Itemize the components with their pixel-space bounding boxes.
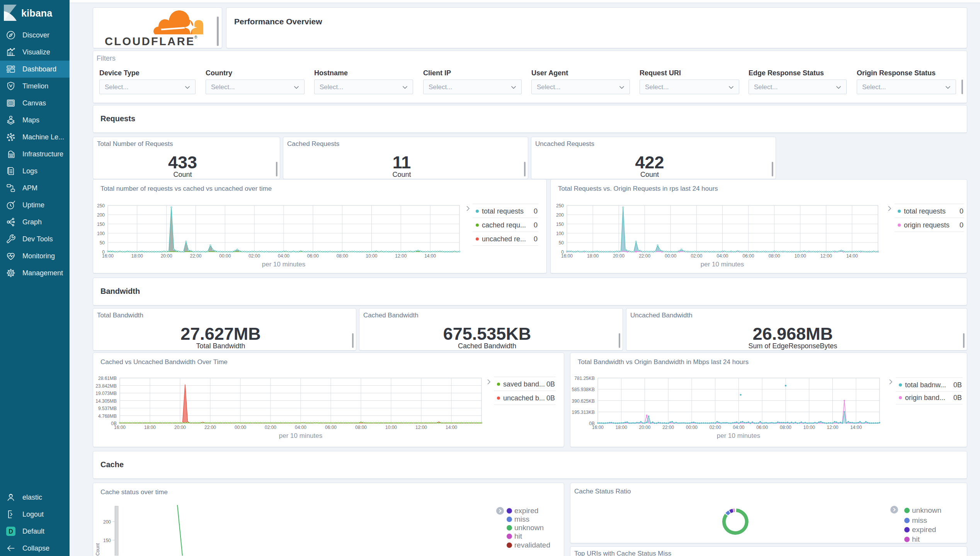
svg-text:12:00: 12:00 — [820, 253, 832, 259]
svg-text:06:00: 06:00 — [756, 425, 768, 430]
svg-text:12:00: 12:00 — [415, 425, 427, 430]
svg-text:9.537MB: 9.537MB — [98, 406, 117, 411]
svg-text:16:00: 16:00 — [102, 253, 114, 259]
svg-text:150: 150 — [556, 222, 564, 227]
svg-text:unknown: unknown — [514, 524, 544, 532]
svg-text:250: 250 — [97, 203, 105, 208]
svg-text:14:00: 14:00 — [424, 253, 436, 259]
svg-text:0B: 0B — [953, 381, 962, 389]
svg-text:0: 0 — [960, 207, 963, 215]
svg-text:00:00: 00:00 — [686, 425, 698, 430]
svg-text:390.625KB: 390.625KB — [572, 398, 595, 404]
svg-text:04:00: 04:00 — [733, 425, 744, 430]
svg-text:revalidated: revalidated — [514, 541, 550, 549]
svg-text:per 10 minutes: per 10 minutes — [701, 261, 744, 268]
svg-text:expired: expired — [514, 507, 538, 515]
svg-text:200: 200 — [103, 519, 111, 525]
svg-text:uncached b...: uncached b... — [503, 394, 545, 402]
svg-text:16:00: 16:00 — [592, 425, 604, 430]
svg-text:16:00: 16:00 — [561, 253, 573, 259]
svg-text:saved band...: saved band... — [503, 380, 545, 388]
svg-text:total requests: total requests — [482, 207, 524, 215]
svg-text:®: ® — [194, 35, 197, 39]
svg-text:150: 150 — [97, 222, 105, 227]
svg-text:miss: miss — [514, 515, 529, 523]
svg-text:781.25KB: 781.25KB — [574, 376, 595, 381]
svg-text:22:00: 22:00 — [639, 253, 650, 259]
svg-text:250: 250 — [556, 203, 564, 208]
svg-text:18:00: 18:00 — [144, 425, 156, 430]
svg-text:02:00: 02:00 — [265, 425, 276, 430]
svg-text:origin requests: origin requests — [904, 221, 949, 229]
svg-text:06:00: 06:00 — [325, 425, 337, 430]
svg-text:0: 0 — [534, 235, 538, 243]
svg-text:D: D — [9, 528, 13, 535]
svg-text:08:00: 08:00 — [780, 425, 791, 430]
svg-text:per 10 minutes: per 10 minutes — [279, 432, 322, 439]
svg-text:200: 200 — [97, 212, 105, 218]
svg-text:00:00: 00:00 — [219, 253, 231, 259]
svg-text:18:00: 18:00 — [587, 253, 599, 259]
svg-text:per 10 minutes: per 10 minutes — [717, 432, 760, 439]
svg-text:hit: hit — [514, 532, 522, 540]
svg-text:16:00: 16:00 — [114, 425, 126, 430]
svg-text:20:00: 20:00 — [174, 425, 186, 430]
svg-text:cached requ...: cached requ... — [482, 221, 526, 229]
svg-text:08:00: 08:00 — [355, 425, 367, 430]
svg-text:0: 0 — [534, 207, 538, 215]
svg-text:miss: miss — [912, 516, 927, 524]
svg-text:0: 0 — [534, 221, 538, 229]
svg-text:50: 50 — [100, 240, 105, 246]
svg-text:total requests: total requests — [904, 207, 946, 215]
svg-text:08:00: 08:00 — [337, 253, 348, 259]
svg-text:Count: Count — [95, 543, 100, 556]
svg-text:50: 50 — [559, 240, 564, 246]
svg-text:23.842MB: 23.842MB — [95, 383, 117, 389]
svg-text:20:00: 20:00 — [613, 253, 624, 259]
svg-text:04:00: 04:00 — [295, 425, 306, 430]
svg-text:10:00: 10:00 — [366, 253, 377, 259]
svg-text:100: 100 — [97, 231, 105, 236]
svg-text:10:00: 10:00 — [385, 425, 397, 430]
svg-text:18:00: 18:00 — [616, 425, 627, 430]
svg-text:06:00: 06:00 — [307, 253, 319, 259]
svg-text:100: 100 — [556, 231, 564, 236]
svg-text:20:00: 20:00 — [639, 425, 650, 430]
svg-text:total badnw...: total badnw... — [905, 381, 946, 389]
svg-text:hit: hit — [912, 535, 920, 543]
svg-text:14.305MB: 14.305MB — [95, 398, 117, 404]
svg-text:22:00: 22:00 — [190, 253, 201, 259]
svg-text:0: 0 — [960, 221, 963, 229]
svg-text:00:00: 00:00 — [235, 425, 246, 430]
svg-text:02:00: 02:00 — [248, 253, 260, 259]
svg-text:origin band...: origin band... — [905, 394, 945, 402]
svg-text:02:00: 02:00 — [691, 253, 702, 259]
svg-text:10:00: 10:00 — [803, 425, 815, 430]
svg-text:4.768MB: 4.768MB — [98, 414, 117, 419]
svg-text:14:00: 14:00 — [846, 253, 858, 259]
svg-text:02:00: 02:00 — [709, 425, 721, 430]
svg-text:12:00: 12:00 — [395, 253, 407, 259]
svg-text:04:00: 04:00 — [716, 253, 728, 259]
svg-text:10:00: 10:00 — [795, 253, 806, 259]
svg-text:06:00: 06:00 — [743, 253, 754, 259]
svg-text:19.073MB: 19.073MB — [95, 391, 117, 396]
svg-text:585.938KB: 585.938KB — [572, 387, 595, 392]
svg-text:14:00: 14:00 — [850, 425, 862, 430]
svg-text:CLOUDFLARE: CLOUDFLARE — [105, 35, 195, 47]
svg-text:20:00: 20:00 — [161, 253, 172, 259]
svg-text:22:00: 22:00 — [204, 425, 216, 430]
svg-text:200: 200 — [556, 212, 564, 218]
svg-text:18:00: 18:00 — [131, 253, 143, 259]
svg-text:per 10 minutes: per 10 minutes — [262, 261, 305, 268]
svg-text:0B: 0B — [953, 394, 962, 402]
svg-text:28.61MB: 28.61MB — [98, 376, 117, 381]
svg-text:expired: expired — [912, 525, 936, 534]
svg-text:195.313KB: 195.313KB — [572, 410, 595, 415]
svg-text:04:00: 04:00 — [278, 253, 289, 259]
svg-text:uncached re...: uncached re... — [482, 235, 526, 243]
svg-text:150: 150 — [103, 538, 111, 543]
svg-text:0B: 0B — [546, 380, 555, 388]
svg-text:08:00: 08:00 — [769, 253, 780, 259]
svg-text:22:00: 22:00 — [662, 425, 674, 430]
